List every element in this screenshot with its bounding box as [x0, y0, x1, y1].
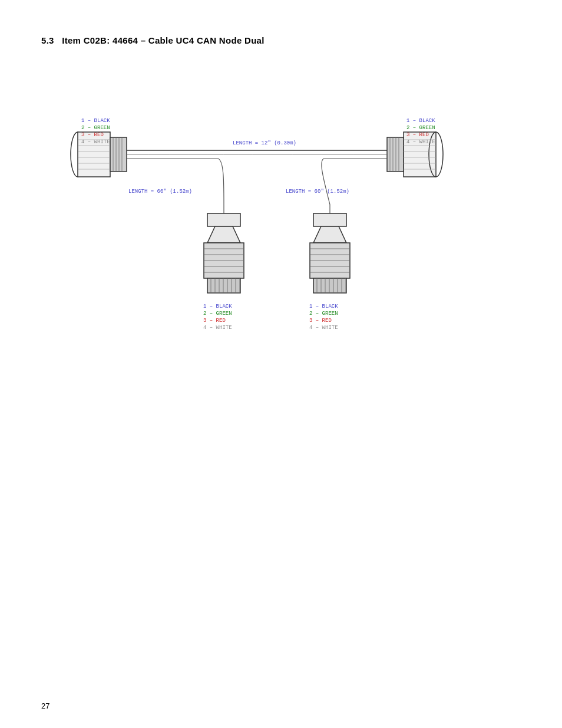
bottom-left-wire-label-1: 1 – BLACK [203, 304, 232, 309]
section-number: 5.3 [41, 35, 54, 45]
bottom-right-wire-label-2: 2 – GREEN [309, 311, 338, 317]
right-wire-label-1: 1 – BLACK [406, 118, 435, 124]
bottom-left-wire-label-4: 4 – WHITE [203, 325, 232, 331]
svg-rect-2 [110, 137, 127, 172]
left-wire-label-1: 1 – BLACK [81, 118, 110, 124]
page-number: 27 [41, 701, 49, 710]
section-title: 5.3 Item C02B: 44664 – Cable UC4 CAN Nod… [41, 35, 521, 45]
right-wire-label-2: 2 – GREEN [406, 125, 435, 131]
bottom-right-wire-label-4: 4 – WHITE [309, 325, 338, 331]
left-wire-label-4: 4 – WHITE [81, 139, 110, 145]
diagram-svg: LENGTH = 12" (0.30m) LENGTH = 60" (1.52m… [41, 63, 524, 358]
svg-rect-14 [387, 137, 404, 172]
bottom-right-wire-label-1: 1 – BLACK [309, 304, 338, 309]
bottom-left-wire-label-3: 3 – RED [203, 318, 226, 324]
svg-rect-42 [313, 213, 346, 226]
length-bottom-right-label: LENGTH = 60" (1.52m) [286, 189, 349, 195]
page: 5.3 Item C02B: 44664 – Cable UC4 CAN Nod… [0, 0, 562, 728]
left-wire-label-3: 3 – RED [81, 132, 104, 138]
bottom-right-wire-label-3: 3 – RED [309, 318, 332, 324]
svg-rect-49 [313, 278, 346, 293]
svg-rect-26 [207, 213, 240, 226]
length-bottom-left-label: LENGTH = 60" (1.52m) [128, 189, 192, 195]
diagram-area: LENGTH = 12" (0.30m) LENGTH = 60" (1.52m… [41, 63, 521, 370]
right-wire-label-3: 3 – RED [406, 132, 429, 138]
right-wire-label-4: 4 – WHITE [406, 139, 435, 145]
section-heading: Item C02B: 44664 – Cable UC4 CAN Node Du… [62, 35, 265, 45]
bottom-left-wire-label-2: 2 – GREEN [203, 311, 232, 317]
left-wire-label-2: 2 – GREEN [81, 125, 110, 131]
length-top-label: LENGTH = 12" (0.30m) [233, 140, 296, 146]
